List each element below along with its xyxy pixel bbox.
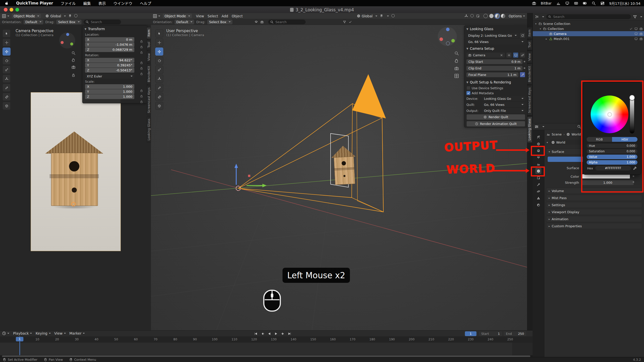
visibility-toggles[interactable] bbox=[629, 27, 643, 30]
viewport-menu-add[interactable]: Add bbox=[222, 14, 228, 18]
tool-cursor[interactable] bbox=[155, 38, 163, 47]
side-tab-looking-glass[interactable]: Looking Glass bbox=[147, 116, 151, 143]
quilt-setup-header[interactable]: ▼Quilt Setup & Rendering bbox=[464, 79, 527, 85]
transform-panel-header[interactable]: ▼Transform bbox=[83, 26, 147, 32]
outliner-search-input[interactable] bbox=[553, 15, 629, 19]
use-device-settings-row[interactable]: Use Device Settings bbox=[464, 86, 527, 90]
chart-status-icon[interactable] bbox=[556, 1, 560, 5]
zoom-icon[interactable] bbox=[71, 51, 75, 55]
render-quilt-button[interactable]: Render Quilt bbox=[466, 114, 525, 120]
expand-caret[interactable]: ▸ bbox=[545, 37, 548, 40]
use-device-settings-checkbox[interactable] bbox=[466, 86, 470, 90]
tool-transform[interactable] bbox=[3, 75, 11, 83]
clip-end-slider[interactable]: Clip End1 m bbox=[466, 66, 522, 71]
panel-header-settings[interactable]: ▸Settings bbox=[546, 202, 642, 208]
camera-view-icon[interactable] bbox=[71, 65, 75, 69]
properties-search-icon[interactable] bbox=[577, 125, 581, 129]
transform-rot-x[interactable]: X94.622° bbox=[85, 58, 134, 63]
tool-move[interactable] bbox=[155, 48, 163, 56]
tool-add-cube[interactable] bbox=[155, 102, 163, 110]
transform-orientation-dropdown[interactable]: Global bbox=[357, 14, 377, 18]
side-tab-blenderkit[interactable]: BlenderKit bbox=[147, 64, 151, 84]
looking-glass-header[interactable]: ▼Looking Glass bbox=[464, 26, 527, 32]
transform-rot-z[interactable]: Z-0.50413° bbox=[85, 68, 134, 73]
tool-cursor[interactable] bbox=[3, 38, 11, 47]
display-status-icon[interactable] bbox=[565, 1, 569, 5]
app-menu-title[interactable]: QuickTime Player bbox=[16, 1, 53, 6]
tool-select[interactable] bbox=[3, 29, 11, 37]
tool-measure[interactable] bbox=[155, 93, 163, 101]
timeline-menu-keying[interactable]: Keying bbox=[35, 331, 51, 335]
render-animation-quilt-button[interactable]: Render Animation Quilt bbox=[466, 121, 525, 127]
side-tab-screencast-keys[interactable]: Screencast Keys bbox=[527, 85, 532, 115]
jump-to-start-button[interactable] bbox=[253, 331, 258, 336]
side-tab-view[interactable]: View bbox=[527, 51, 532, 63]
panel-header-viewport-display[interactable]: ▸Viewport Display bbox=[546, 209, 642, 215]
breadcrumb-world[interactable]: World bbox=[572, 132, 581, 136]
axis-x-handle[interactable] bbox=[61, 41, 64, 44]
panel-header-custom-properties[interactable]: ▸Custom Properties bbox=[546, 223, 642, 229]
transform-loc-y[interactable]: Y-1.0476 m bbox=[85, 42, 134, 47]
axis-z-handle[interactable] bbox=[66, 33, 69, 36]
timeline-menu-marker[interactable]: Marker bbox=[69, 331, 85, 335]
jump-to-end-button[interactable] bbox=[287, 331, 292, 336]
timeline-editor-icon[interactable] bbox=[2, 331, 9, 335]
tool-move[interactable] bbox=[3, 48, 11, 56]
axis-z-negative-handle[interactable] bbox=[446, 41, 450, 45]
tool-scale[interactable] bbox=[3, 66, 11, 74]
output-dropdown[interactable]: Only Quilt File bbox=[482, 108, 525, 113]
mode-dropdown[interactable]: Object Mode bbox=[12, 14, 41, 18]
axis-y-handle[interactable] bbox=[451, 39, 455, 42]
axis-y-handle[interactable] bbox=[70, 42, 73, 46]
editor-type-button[interactable] bbox=[153, 14, 160, 18]
transform-loc-x[interactable]: X0 m bbox=[85, 37, 134, 42]
tool-annotate[interactable] bbox=[155, 84, 163, 92]
apple-menu-icon[interactable] bbox=[5, 1, 9, 5]
control-center-icon[interactable] bbox=[600, 1, 605, 5]
menubar-menu-0[interactable]: ファイル bbox=[61, 1, 76, 6]
snap-magnet-icon[interactable] bbox=[68, 14, 72, 18]
prev-keyframe-button[interactable] bbox=[260, 331, 265, 336]
animate-dot[interactable] bbox=[524, 67, 525, 69]
tool-add-cube[interactable] bbox=[3, 102, 11, 110]
search-box[interactable] bbox=[268, 20, 306, 24]
device-dropdown[interactable]: Looking Glass Go bbox=[482, 96, 525, 101]
visibility-toggles[interactable] bbox=[634, 32, 643, 35]
battery-status-icon[interactable] bbox=[583, 1, 587, 5]
playhead-badge[interactable]: 1 bbox=[16, 337, 23, 341]
tool-scale[interactable] bbox=[155, 66, 163, 74]
bitbar-item[interactable]: BitBar bbox=[541, 1, 552, 5]
snap-magnet-icon[interactable] bbox=[380, 14, 383, 18]
visibility-toggles[interactable] bbox=[634, 37, 643, 40]
play-reverse-button[interactable] bbox=[266, 331, 272, 336]
quilt-dropdown[interactable]: Go, 66 Views bbox=[482, 102, 525, 107]
proportional-edit-icon[interactable] bbox=[391, 14, 395, 18]
rotation-mode-dropdown[interactable]: XYZ Euler bbox=[85, 74, 134, 79]
shading-wireframe-button[interactable] bbox=[484, 14, 488, 18]
pan-hand-icon[interactable] bbox=[454, 59, 459, 63]
current-frame-field[interactable]: 1 bbox=[465, 331, 476, 336]
side-tab-blenderkit[interactable]: BlenderKit bbox=[527, 64, 532, 84]
breadcrumb-scene[interactable]: Scene bbox=[552, 132, 562, 136]
side-tab-item[interactable]: Item bbox=[147, 27, 151, 39]
camera-selector[interactable]: Camera bbox=[466, 53, 505, 58]
pan-hand-icon[interactable] bbox=[71, 58, 75, 62]
side-tab-screencast-keys[interactable]: Screencast Keys bbox=[147, 85, 151, 115]
timeline-ruler[interactable]: 1102030405060708090100110120130140150160… bbox=[0, 336, 533, 343]
clear-camera-icon[interactable] bbox=[500, 54, 503, 57]
transform-rot-y[interactable]: Y0.39245° bbox=[85, 63, 134, 68]
outliner-row-mesh-001[interactable]: ▸Mesh.001 bbox=[533, 36, 644, 41]
toggle-xray-icon[interactable] bbox=[476, 14, 479, 18]
add-metadata-row[interactable]: Add Metadata bbox=[464, 91, 527, 95]
orientation-dropdown[interactable]: Default bbox=[24, 20, 44, 24]
focal-plane-slider[interactable]: Focal Plane1.1 m bbox=[466, 72, 518, 77]
show-gizmo-icon[interactable] bbox=[465, 14, 468, 18]
add-metadata-checkbox[interactable] bbox=[466, 91, 470, 95]
tool-transform[interactable] bbox=[155, 75, 163, 83]
menubar-menu-1[interactable]: 編集 bbox=[83, 1, 91, 6]
driver-icon-button[interactable] bbox=[520, 72, 525, 77]
camera-overlay-icon[interactable] bbox=[260, 20, 264, 24]
tool-rotate[interactable] bbox=[3, 57, 11, 65]
clip-start-slider[interactable]: Clip Start0.9 m bbox=[466, 59, 522, 64]
transform-scl-z[interactable]: Z1.000 bbox=[85, 94, 134, 99]
